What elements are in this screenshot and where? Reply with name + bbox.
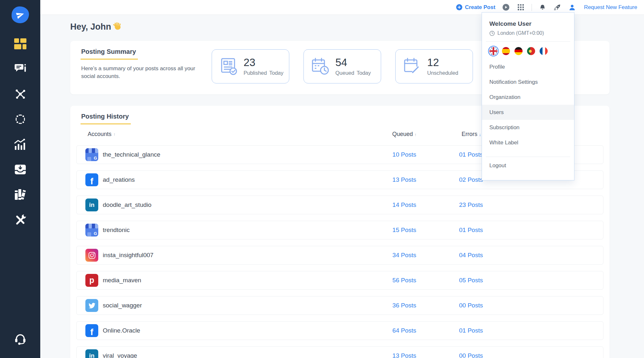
support-headset-icon: [14, 333, 27, 345]
calendar-slash-icon: [403, 57, 421, 76]
sidebar-bottom: [14, 334, 27, 345]
sidebar-item-support[interactable]: [14, 334, 27, 345]
published-label: Published Today: [244, 70, 284, 76]
table-row[interactable]: f Online.Oracle 64 Posts 01 Posts: [76, 321, 603, 340]
menu-item-users[interactable]: Users: [482, 105, 574, 120]
notifications-bell-icon[interactable]: [538, 3, 547, 12]
sort-asc-icon: ↑: [415, 132, 417, 137]
language-flag-fr[interactable]: [540, 47, 548, 55]
error-posts-link[interactable]: 05 Posts: [459, 277, 483, 284]
queued-posts-link[interactable]: 13 Posts: [392, 352, 416, 358]
language-flag-pt[interactable]: [527, 47, 535, 55]
request-new-feature-link[interactable]: Request New Feature: [584, 4, 637, 11]
facebook-icon: f: [85, 324, 98, 337]
apps-grid-icon[interactable]: [517, 3, 525, 12]
menu-item-subscription[interactable]: Subscription: [482, 120, 574, 135]
account-name: doodle_art_studio: [103, 201, 151, 208]
posting-summary-description: Here’s a summary of your posts across al…: [81, 65, 210, 80]
sidebar-item-inbox[interactable]: [14, 164, 27, 175]
table-row[interactable]: G trendtonic 15 Posts 01 Posts: [76, 221, 603, 239]
paper-plane-icon: [15, 10, 25, 20]
socialpilot-logo[interactable]: [12, 6, 29, 23]
whats-new-rocket-icon[interactable]: [553, 3, 562, 12]
sidebar-item-tools[interactable]: [14, 214, 27, 226]
inbox-icon: [14, 164, 26, 175]
language-flag-de[interactable]: [514, 47, 523, 55]
summary-cards: 23 Published Today 54: [212, 49, 473, 83]
error-posts-link[interactable]: 01 Posts: [459, 151, 483, 158]
queued-posts-link[interactable]: 34 Posts: [392, 252, 416, 259]
unscheduled-card[interactable]: 12 Unscheduled: [395, 49, 473, 83]
sidebar-item-dashboard[interactable]: [14, 38, 27, 50]
table-row[interactable]: social_wagger 36 Posts 00 Posts: [76, 296, 603, 315]
language-flag-en[interactable]: [489, 47, 497, 55]
account-name: the_technical_glance: [103, 151, 160, 158]
table-row[interactable]: insta_insightful007 34 Posts 04 Posts: [76, 246, 603, 265]
account-name: Online.Oracle: [103, 327, 140, 334]
error-posts-link[interactable]: 01 Posts: [459, 327, 483, 334]
analytics-icon: [14, 139, 26, 150]
table-row[interactable]: p media_maven 56 Posts 05 Posts: [76, 271, 603, 290]
queued-posts-link[interactable]: 14 Posts: [392, 201, 416, 208]
menu-item-notification-settings[interactable]: Notification Settings: [482, 74, 574, 90]
sidebar-item-posts[interactable]: [14, 63, 27, 75]
column-header-queued[interactable]: Queued ↑: [371, 131, 417, 138]
error-posts-link[interactable]: 23 Posts: [459, 201, 483, 208]
sort-desc-icon: ↓: [479, 132, 481, 137]
account-name: media_maven: [103, 277, 141, 284]
queued-label: Queued Today: [335, 70, 371, 76]
queued-posts-link[interactable]: 13 Posts: [392, 176, 416, 183]
sidebar-item-library[interactable]: [14, 189, 27, 200]
posts-compose-icon: [14, 63, 26, 74]
queued-today-card[interactable]: 54 Queued Today: [303, 49, 381, 83]
posting-summary-title: Posting Summary: [81, 48, 138, 60]
queued-posts-link[interactable]: 10 Posts: [392, 151, 416, 158]
menu-item-white-label[interactable]: White Label: [482, 135, 574, 150]
tools-icon: [14, 214, 26, 226]
account-name: ad_reations: [103, 176, 135, 183]
table-row[interactable]: in doodle_art_studio 14 Posts 23 Posts: [76, 196, 603, 214]
account-name: insta_insightful007: [103, 252, 153, 259]
published-today-card[interactable]: 23 Published Today: [212, 49, 289, 83]
sidebar-item-connect[interactable]: [14, 88, 27, 100]
create-post-label: Create Post: [465, 4, 495, 11]
google-business-icon: G: [85, 148, 98, 161]
account-name: viral_voyage: [103, 352, 137, 358]
published-document-check-icon: [219, 57, 238, 76]
create-post-button[interactable]: Create Post: [456, 4, 495, 11]
user-account-icon[interactable]: [568, 3, 576, 12]
menu-item-organization[interactable]: Organization: [482, 90, 574, 105]
language-flag-es[interactable]: [502, 47, 510, 55]
sidebar-item-groups[interactable]: [14, 113, 27, 125]
topbar-separator: [532, 4, 532, 11]
unscheduled-count: 12: [427, 57, 458, 68]
menu-item-logout[interactable]: Logout: [482, 158, 574, 173]
table-row[interactable]: in viral_voyage 13 Posts 00 Posts: [76, 346, 603, 358]
queued-posts-link[interactable]: 15 Posts: [392, 227, 416, 234]
account-name: trendtonic: [103, 227, 130, 234]
error-posts-link[interactable]: 04 Posts: [459, 252, 483, 259]
google-business-icon: G: [85, 224, 98, 237]
sort-asc-icon: ↑: [113, 132, 116, 137]
error-posts-link[interactable]: 01 Posts: [459, 227, 483, 234]
error-posts-link[interactable]: 00 Posts: [459, 352, 483, 358]
queued-posts-link[interactable]: 36 Posts: [392, 302, 416, 309]
user-menu-header: Welcome User London (GMT+0:00): [482, 13, 574, 36]
queued-posts-link[interactable]: 64 Posts: [392, 327, 416, 334]
calendar-clock-icon: [311, 57, 330, 76]
linkedin-icon: in: [85, 349, 98, 358]
queued-posts-link[interactable]: 56 Posts: [392, 277, 416, 284]
menu-item-profile[interactable]: Profile: [482, 59, 574, 74]
connect-accounts-icon: [14, 88, 26, 100]
queued-count: 54: [335, 57, 371, 68]
play-circle-icon[interactable]: [502, 3, 510, 12]
sidebar-item-analytics[interactable]: [14, 139, 27, 150]
error-posts-link[interactable]: 02 Posts: [459, 176, 483, 183]
column-header-accounts[interactable]: Accounts ↑: [76, 131, 371, 138]
clock-icon: [489, 31, 495, 36]
greeting-text: Hey, John: [70, 22, 111, 32]
posting-history-title: Posting History: [81, 113, 131, 124]
linkedin-icon: in: [85, 198, 98, 211]
timezone-label: London (GMT+0:00): [497, 30, 544, 36]
error-posts-link[interactable]: 00 Posts: [459, 302, 483, 309]
